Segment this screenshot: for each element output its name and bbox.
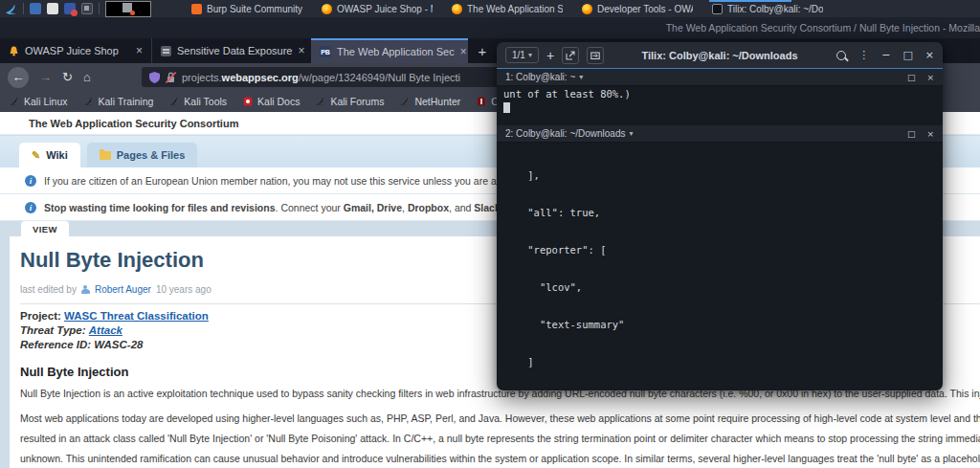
session-indicator: 1/1	[512, 50, 525, 60]
tilix-titlebar[interactable]: Tilix: Colby@kali: ~/Downloads 1/1 ▾ +	[497, 42, 943, 69]
terminal2-output[interactable]: ], "all": true, "reporter": [ "lcov", "t…	[497, 143, 943, 390]
back-icon: ←	[12, 70, 25, 84]
user-icon	[81, 285, 90, 295]
firefox-titlebar[interactable]: The Web Application Security Consortium …	[0, 17, 980, 38]
kali-logo-icon[interactable]	[5, 3, 17, 15]
thumbnail-dot	[130, 11, 135, 15]
author-link[interactable]: Robert Auger	[95, 284, 151, 295]
taskbar-window-tilix[interactable]: Tilix: Colby@kali: ~/Do...	[702, 0, 833, 17]
back-button[interactable]: ←	[8, 67, 29, 88]
folder-icon	[100, 151, 111, 160]
tilix-window-controls: ⋮ − □ ×	[836, 50, 934, 60]
url-path: /w/page/13246949/Null Byte Injecti	[299, 72, 460, 83]
taskbar-window-devtools[interactable]: Developer Tools - OWA...	[572, 0, 702, 17]
split-terminal-button[interactable]	[587, 47, 604, 64]
bookmark-kali-training[interactable]: Kali Training	[84, 96, 154, 107]
maximize-icon[interactable]: □	[902, 50, 912, 60]
attack-link[interactable]: Attack	[89, 324, 122, 336]
terminal1-output[interactable]: unt of at least 80%.)	[497, 86, 943, 125]
tab-sensitive-data-exposure[interactable]: Sensitive Data Exposure ×	[151, 38, 311, 63]
close-icon[interactable]: ×	[136, 45, 143, 56]
shield-icon[interactable]	[149, 72, 160, 83]
terminal2-line: "reporter": [	[503, 244, 943, 256]
firefox-icon	[452, 4, 462, 14]
add-terminal-button[interactable]: +	[546, 48, 554, 63]
screen: Burp Suite Community E... OWASP Juice Sh…	[0, 0, 980, 468]
bookmark-label: Kali Docs	[257, 96, 300, 107]
new-session-button[interactable]	[562, 47, 579, 64]
pane1-title: 1: Colby@kali: ~	[505, 72, 575, 82]
insecure-lock-icon[interactable]	[166, 72, 176, 83]
pane2-header[interactable]: 2: Colby@kali: ~/Downloads ▾ □ ×	[497, 125, 943, 143]
forward-icon[interactable]: →	[39, 70, 52, 84]
window-thumbnail[interactable]	[105, 1, 151, 17]
page-icon	[161, 46, 171, 56]
bookmark-kali-docs[interactable]: Kali Docs	[243, 96, 300, 107]
bookmark-kali-linux[interactable]: Kali Linux	[10, 96, 68, 107]
pane-close-icon[interactable]: ×	[926, 73, 934, 82]
pane-close-icon[interactable]: ×	[926, 129, 934, 139]
taskbar-label: Developer Tools - OWA...	[597, 4, 693, 14]
kali-dragon-icon	[316, 97, 325, 106]
new-tab-button[interactable]: +	[468, 38, 497, 63]
pane2-controls: □ ×	[907, 129, 934, 139]
tab-owasp-juice-shop[interactable]: OWASP Juice Shop ×	[0, 38, 151, 63]
paragraph-2: Most web applications today are develope…	[20, 409, 980, 468]
tab-pages-label: Pages & Files	[117, 149, 186, 161]
bookmark-kali-tools[interactable]: Kali Tools	[169, 96, 227, 107]
wasc-threat-classification-link[interactable]: WASC Threat Classification	[64, 310, 209, 322]
tilix-window: Tilix: Colby@kali: ~/Downloads 1/1 ▾ +	[497, 42, 943, 390]
session-indicator-button[interactable]: 1/1 ▾	[505, 47, 539, 63]
desktop-panel: Burp Suite Community E... OWASP Juice Sh…	[0, 0, 980, 17]
kali-dragon-icon	[10, 97, 19, 106]
firefox-icon	[582, 4, 592, 14]
kali-dragon-icon	[169, 97, 179, 106]
url-bar[interactable]: projects.webappsec.org/w/page/13246949/N…	[142, 67, 503, 87]
offensive-security-icon	[477, 97, 486, 106]
bookmark-kali-forums[interactable]: Kali Forums	[316, 96, 384, 107]
close-icon[interactable]: ×	[460, 46, 467, 57]
terminal2-line: "text-summary"	[503, 319, 943, 331]
tab-title: OWASP Juice Shop	[25, 45, 119, 56]
taskbar-window-webappsec[interactable]: The Web Application Se...	[442, 0, 572, 17]
url-text: projects.webappsec.org/w/page/13246949/N…	[182, 72, 460, 83]
tab-title: Sensitive Data Exposure	[177, 45, 292, 56]
folder-launcher-icon[interactable]	[47, 3, 58, 14]
taskbar-label: The Web Application Se...	[467, 4, 563, 14]
terminal1-line: unt of at least 80%.)	[503, 88, 943, 100]
close-icon[interactable]: ×	[925, 50, 934, 60]
url-host: webappsec.org	[222, 72, 299, 83]
split-terminal-icon	[590, 51, 600, 60]
search-icon[interactable]	[836, 51, 846, 60]
pbworks-icon: PB	[320, 46, 331, 57]
tab-wiki[interactable]: ✎ Wiki	[19, 143, 80, 167]
pane-maximize-icon[interactable]: □	[907, 129, 916, 139]
chevron-down-icon: ▾	[630, 129, 634, 138]
bookmark-label: Kali Tools	[184, 96, 227, 107]
meta-label: Reference ID: WASC-28	[20, 339, 143, 350]
tab-pages-files[interactable]: Pages & Files	[87, 143, 198, 167]
menu-icon[interactable]: ⋮	[858, 50, 869, 60]
reload-icon[interactable]: ↻	[62, 70, 73, 84]
tab-wiki-label: Wiki	[46, 149, 68, 161]
bookmark-nethunter[interactable]: NetHunter	[400, 96, 460, 107]
terminal2-line: "all": true,	[503, 207, 943, 219]
taskbar-label: Tilix: Colby@kali: ~/Do...	[727, 4, 823, 14]
screenshot-tool-icon[interactable]	[81, 3, 93, 14]
pane1-header[interactable]: 1: Colby@kali: ~ ▾ □ ×	[497, 69, 943, 86]
taskbar-window-juiceshop[interactable]: OWASP Juice Shop - Mo...	[312, 0, 442, 17]
home-icon[interactable]: ⌂	[83, 70, 91, 84]
info-icon: i	[25, 202, 36, 213]
minimize-icon[interactable]: −	[881, 50, 890, 60]
notification-app-icon[interactable]	[64, 3, 76, 14]
pane2-title: 2: Colby@kali: ~/Downloads	[505, 128, 626, 139]
view-tab[interactable]: VIEW	[21, 221, 69, 236]
burp-icon	[191, 4, 202, 14]
taskbar-window-burp[interactable]: Burp Suite Community E...	[182, 0, 312, 17]
terminal2-line: ]	[503, 356, 943, 368]
chevron-down-icon: ▾	[579, 73, 583, 81]
file-manager-icon[interactable]	[30, 3, 41, 14]
tab-webappsec-active[interactable]: PB The Web Application Sec ×	[311, 38, 468, 63]
close-icon[interactable]: ×	[298, 45, 304, 56]
pane-maximize-icon[interactable]: □	[907, 73, 916, 82]
